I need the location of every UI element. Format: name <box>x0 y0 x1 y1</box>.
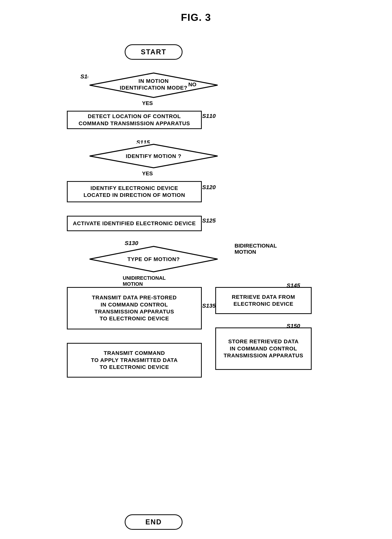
decision2-node: IDENTIFY MOTION ? <box>88 144 219 168</box>
process7-node: STORE RETRIEVED DATA IN COMMAND CONTROL … <box>215 327 312 370</box>
svg-text:IDENTIFY MOTION ?: IDENTIFY MOTION ? <box>126 153 182 159</box>
page-title: FIG. 3 <box>0 0 392 23</box>
decision3-node: TYPE OF MOTION? <box>88 245 219 273</box>
process6-label: TRANSMIT COMMAND TO APPLY TRANSMITTED DA… <box>91 350 178 371</box>
yes2-label: YES <box>142 170 153 177</box>
process4-label: TRANSMIT DATA PRE-STORED IN COMMAND CONT… <box>92 294 177 322</box>
process3-label: ACTIVATE IDENTIFIED ELECTRONIC DEVICE <box>73 220 196 227</box>
start-label: START <box>141 48 166 56</box>
svg-text:IDENTIFICATION MODE?: IDENTIFICATION MODE? <box>120 85 188 91</box>
s135-label: S135 <box>202 303 216 309</box>
s120-label: S120 <box>202 184 216 191</box>
start-terminal: START <box>125 44 183 60</box>
s130-label: S130 <box>125 240 138 246</box>
svg-text:IN MOTION: IN MOTION <box>139 78 169 84</box>
yes1-label: YES <box>142 100 153 106</box>
svg-text:TYPE OF MOTION?: TYPE OF MOTION? <box>127 256 180 262</box>
process4-node: TRANSMIT DATA PRE-STORED IN COMMAND CONT… <box>67 287 202 329</box>
s110-label: S110 <box>202 113 216 119</box>
process5-label: RETRIEVE DATA FROM ELECTRONIC DEVICE <box>232 294 295 308</box>
process7-label: STORE RETRIEVED DATA IN COMMAND CONTROL … <box>223 338 303 359</box>
process6-node: TRANSMIT COMMAND TO APPLY TRANSMITTED DA… <box>67 343 202 378</box>
process1-node: DETECT LOCATION OF CONTROL COMMAND TRANS… <box>67 111 202 129</box>
process2-node: IDENTIFY ELECTRONIC DEVICE LOCATED IN DI… <box>67 181 202 202</box>
end-label: END <box>145 518 162 526</box>
process2-label: IDENTIFY ELECTRONIC DEVICE LOCATED IN DI… <box>83 185 185 199</box>
s125-label: S125 <box>202 217 216 224</box>
process3-node: ACTIVATE IDENTIFIED ELECTRONIC DEVICE <box>67 216 202 231</box>
bidirectional-label: BIDIRECTIONAL MOTION <box>235 243 277 255</box>
unidirectional-label: UNIDIRECTIONAL MOTION <box>123 275 165 287</box>
end-terminal: END <box>125 514 183 530</box>
no1-label: NO <box>188 82 196 88</box>
decision1-node: IN MOTION IDENTIFICATION MODE? <box>88 72 219 98</box>
process5-node: RETRIEVE DATA FROM ELECTRONIC DEVICE <box>215 287 312 314</box>
process1-label: DETECT LOCATION OF CONTROL COMMAND TRANS… <box>79 113 190 127</box>
